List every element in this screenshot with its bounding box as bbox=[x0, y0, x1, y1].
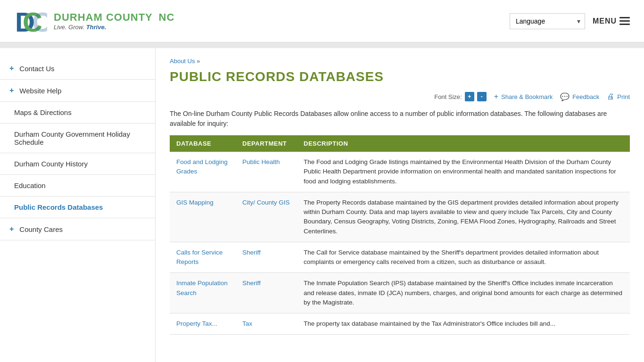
language-select[interactable]: Language Español Français bbox=[510, 13, 585, 29]
table-row: GIS Mapping City/ County GIS The Propert… bbox=[170, 192, 630, 242]
department-link[interactable]: Sheriff bbox=[242, 249, 261, 256]
department-link[interactable]: Sheriff bbox=[242, 280, 261, 287]
cell-description: The property tax database maintained by … bbox=[297, 313, 630, 335]
database-link[interactable]: Inmate Population Search bbox=[176, 280, 228, 296]
logo-area: D C O DURHAM COUNTY NC Live. Grow. Thriv… bbox=[14, 7, 174, 35]
col-header-department: DEPARTMENT bbox=[236, 135, 297, 152]
breadcrumb: About Us » bbox=[170, 58, 630, 65]
cell-department: Tax bbox=[236, 313, 297, 335]
sidebar-item-website-help[interactable]: + Website Help bbox=[0, 80, 155, 102]
database-link[interactable]: Food and Lodging Grades bbox=[176, 158, 228, 175]
sidebar-label: Education bbox=[14, 181, 46, 189]
cell-description: The Inmate Population Search (IPS) datab… bbox=[297, 273, 630, 313]
page-title: PUBLIC RECORDS DATABASES bbox=[170, 69, 630, 84]
database-link[interactable]: Property Tax... bbox=[176, 320, 217, 327]
sidebar-label: Maps & Directions bbox=[14, 108, 72, 116]
table-row: Food and Lodging Grades Public Health Th… bbox=[170, 152, 630, 192]
print-link[interactable]: Print bbox=[617, 93, 630, 100]
cell-database: GIS Mapping bbox=[170, 192, 236, 242]
print-group: 🖨 Print bbox=[607, 92, 630, 101]
sidebar: + Contact Us + Website Help Maps & Direc… bbox=[0, 48, 156, 362]
share-bookmark-link[interactable]: Share & Bookmark bbox=[501, 93, 553, 100]
feedback-icon: 💬 bbox=[560, 92, 570, 101]
cell-database: Inmate Population Search bbox=[170, 273, 236, 313]
share-icon: + bbox=[494, 92, 498, 101]
plus-icon: + bbox=[9, 64, 14, 73]
menu-icon bbox=[619, 17, 630, 25]
sidebar-item-holiday-schedule[interactable]: Durham County Government Holiday Schedul… bbox=[0, 123, 155, 153]
records-table: DATABASE DEPARTMENT DESCRIPTION Food and… bbox=[170, 135, 630, 335]
plus-icon: + bbox=[9, 225, 14, 233]
department-link[interactable]: City/ County GIS bbox=[242, 199, 290, 206]
cell-description: The Call for Service database maintained… bbox=[297, 242, 630, 273]
sidebar-item-contact-us[interactable]: + Contact Us bbox=[0, 58, 155, 80]
font-size-label: Font Size: bbox=[434, 93, 462, 100]
department-link[interactable]: Public Health bbox=[242, 158, 280, 165]
cell-database: Food and Lodging Grades bbox=[170, 152, 236, 192]
database-link[interactable]: Calls for Service Reports bbox=[176, 249, 223, 265]
share-bookmark-group: + Share & Bookmark bbox=[494, 92, 553, 101]
cell-department: City/ County GIS bbox=[236, 192, 297, 242]
sidebar-item-county-history[interactable]: Durham County History bbox=[0, 153, 155, 175]
menu-button[interactable]: MENU bbox=[593, 17, 630, 25]
database-link[interactable]: GIS Mapping bbox=[176, 199, 214, 206]
cell-database: Property Tax... bbox=[170, 313, 236, 335]
cell-description: The Food and Lodging Grade listings main… bbox=[297, 152, 630, 192]
language-wrapper[interactable]: Language Español Français bbox=[510, 13, 585, 29]
logo-title: DURHAM COUNTY NC bbox=[54, 11, 174, 24]
sidebar-item-education[interactable]: Education bbox=[0, 175, 155, 197]
cell-department: Sheriff bbox=[236, 242, 297, 273]
logo-title-main: DURHAM COUNTY bbox=[54, 11, 152, 23]
feedback-group: 💬 Feedback bbox=[560, 92, 599, 101]
breadcrumb-parent-link[interactable]: About Us bbox=[170, 58, 195, 65]
svg-text:O: O bbox=[32, 7, 47, 35]
sidebar-label: Contact Us bbox=[19, 65, 54, 73]
sidebar-label: Public Records Databases bbox=[14, 203, 103, 211]
header-right: Language Español Français MENU bbox=[510, 13, 630, 29]
font-increase-button[interactable]: + bbox=[465, 92, 474, 101]
col-header-database: DATABASE bbox=[170, 135, 236, 152]
col-header-description: DESCRIPTION bbox=[297, 135, 630, 152]
table-body: Food and Lodging Grades Public Health Th… bbox=[170, 152, 630, 335]
sidebar-label: Website Help bbox=[19, 87, 61, 95]
sidebar-item-maps-directions[interactable]: Maps & Directions bbox=[0, 102, 155, 123]
sidebar-label: County Cares bbox=[19, 225, 63, 233]
cell-database: Calls for Service Reports bbox=[170, 242, 236, 273]
sidebar-label: Durham County Government Holiday Schedul… bbox=[14, 130, 146, 146]
intro-text: The On-line Durham County Public Records… bbox=[170, 109, 630, 129]
cell-description: The Property Records database maintained… bbox=[297, 192, 630, 242]
logo-title-nc: NC bbox=[159, 11, 175, 23]
logo-text-area: DURHAM COUNTY NC Live. Grow. Thrive. bbox=[54, 11, 174, 31]
sidebar-item-county-cares[interactable]: + County Cares bbox=[0, 218, 155, 240]
logo-subtitle: Live. Grow. Thrive. bbox=[54, 24, 174, 31]
breadcrumb-parent-label: About Us bbox=[170, 58, 195, 65]
feedback-link[interactable]: Feedback bbox=[572, 93, 599, 100]
breadcrumb-separator: » bbox=[197, 58, 200, 65]
site-header: D C O DURHAM COUNTY NC Live. Grow. Thriv… bbox=[0, 0, 644, 42]
sidebar-item-public-records[interactable]: Public Records Databases bbox=[0, 197, 155, 218]
sidebar-label: Durham County History bbox=[14, 160, 88, 168]
font-size-group: Font Size: + - bbox=[434, 92, 487, 101]
table-row: Calls for Service Reports Sheriff The Ca… bbox=[170, 242, 630, 273]
font-decrease-button[interactable]: - bbox=[477, 92, 487, 101]
content-toolbar: Font Size: + - + Share & Bookmark 💬 Feed… bbox=[170, 92, 630, 101]
print-icon: 🖨 bbox=[607, 92, 614, 101]
table-row: Property Tax... Tax The property tax dat… bbox=[170, 313, 630, 335]
table-row: Inmate Population Search Sheriff The Inm… bbox=[170, 273, 630, 313]
logo-icon[interactable]: D C O bbox=[14, 7, 47, 35]
plus-icon: + bbox=[9, 86, 14, 95]
table-header-row: DATABASE DEPARTMENT DESCRIPTION bbox=[170, 135, 630, 152]
main-layout: + Contact Us + Website Help Maps & Direc… bbox=[0, 48, 644, 362]
sub-header-bar bbox=[0, 42, 644, 48]
cell-department: Sheriff bbox=[236, 273, 297, 313]
menu-label: MENU bbox=[593, 17, 617, 25]
main-content: About Us » PUBLIC RECORDS DATABASES Font… bbox=[156, 48, 644, 362]
department-link[interactable]: Tax bbox=[242, 320, 252, 327]
cell-department: Public Health bbox=[236, 152, 297, 192]
